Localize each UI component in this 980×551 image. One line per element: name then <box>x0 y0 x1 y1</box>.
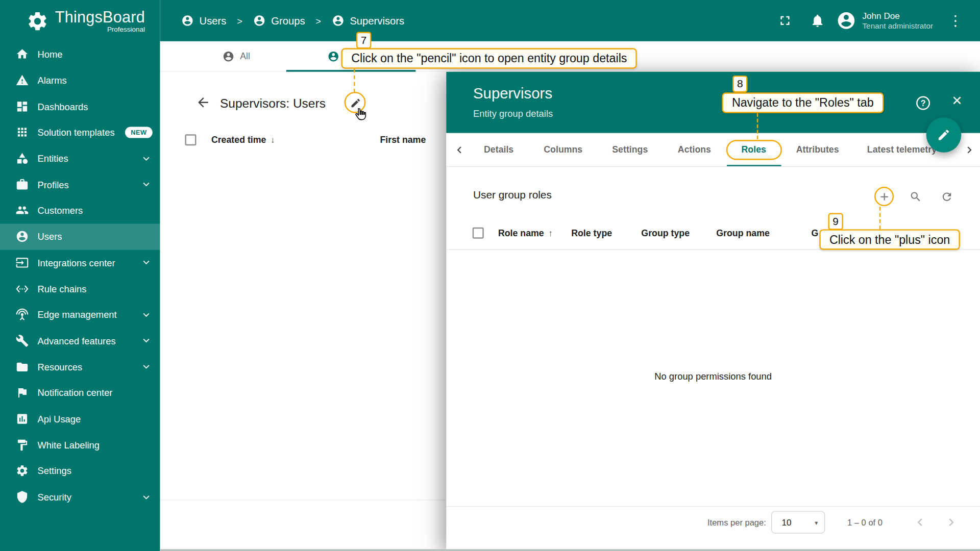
sidebar-item-home[interactable]: Home <box>0 41 160 67</box>
sidebar-item-solution-templates[interactable]: Solution templates NEW <box>0 119 160 145</box>
column-header-group-name[interactable]: Group name <box>716 228 770 238</box>
dialog-subtitle: Entity group details <box>473 108 553 119</box>
previous-page-icon[interactable] <box>913 515 927 530</box>
tab-details[interactable]: Details <box>484 133 513 166</box>
help-icon[interactable]: ? <box>916 96 930 110</box>
select-all-checkbox[interactable] <box>185 134 196 145</box>
profiles-icon <box>16 178 29 191</box>
sidebar-item-label: Edge management <box>37 309 116 320</box>
tabs-scroll-right-icon[interactable] <box>963 143 976 157</box>
tab-attributes[interactable]: Attributes <box>796 133 839 166</box>
sidebar-item-integrations-center[interactable]: Integrations center <box>0 249 160 276</box>
sidebar-item-label: Profiles <box>37 179 68 190</box>
column-header-first-name[interactable]: First name <box>380 135 426 145</box>
tab-columns[interactable]: Columns <box>544 133 582 166</box>
breadcrumb-users[interactable]: Users <box>181 14 226 27</box>
tabs-scroll-left-icon[interactable] <box>453 143 467 157</box>
sidebar-item-dashboards[interactable]: Dashboards <box>0 93 160 119</box>
new-badge: NEW <box>125 127 153 138</box>
close-icon[interactable]: × <box>952 92 962 109</box>
sidebar-item-label: Dashboards <box>37 101 88 112</box>
column-header-created-time[interactable]: Created time↓ <box>211 135 275 145</box>
column-header-group-type[interactable]: Group type <box>641 228 690 238</box>
tab-roles[interactable]: Roles <box>742 133 766 166</box>
sidebar-item-white-labeling[interactable]: White Labeling <box>0 432 160 458</box>
active-tab-underline <box>286 70 415 71</box>
group-tabs-bar: All <box>160 41 980 72</box>
chevron-down-icon <box>140 256 152 268</box>
sidebar-item-label: Integrations center <box>37 257 115 268</box>
add-role-plus-icon[interactable] <box>878 190 890 203</box>
tab-all[interactable]: All <box>186 41 286 71</box>
entity-group-details-dialog: Supervisors Entity group details ? × Det… <box>446 72 980 551</box>
tab-actions[interactable]: Actions <box>678 133 711 166</box>
user-group-icon <box>253 14 265 27</box>
column-label: Role name <box>498 228 544 238</box>
tab-label: All <box>240 51 250 61</box>
users-table-panel: Supervisors: Users Created time↓ First n… <box>160 72 446 551</box>
dialog-title: Supervisors <box>473 85 552 103</box>
thingsboard-logo[interactable]: ThingsBoard Professional <box>0 0 160 33</box>
sidebar-nav: Home Alarms Dashboards Solution template… <box>0 41 160 510</box>
edit-group-pencil-icon[interactable] <box>350 97 361 109</box>
sidebar-item-security[interactable]: Security <box>0 484 160 510</box>
column-label: First name <box>380 135 426 145</box>
chevron-down-icon <box>140 361 152 373</box>
breadcrumb: Users > Groups > Supervisors <box>181 14 404 27</box>
users-icon <box>16 230 29 243</box>
notifications-bell-icon[interactable] <box>810 13 825 28</box>
alarm-icon <box>16 74 29 87</box>
edit-fab-button[interactable] <box>926 117 962 153</box>
breadcrumb-label: Groups <box>271 15 305 27</box>
chevron-down-icon <box>140 491 152 503</box>
breadcrumb-separator: > <box>237 15 242 26</box>
pencil-icon <box>937 128 951 142</box>
fullscreen-icon[interactable] <box>777 13 792 28</box>
sidebar-item-advanced-features[interactable]: Advanced features <box>0 328 160 354</box>
breadcrumb-groups[interactable]: Groups <box>253 14 305 27</box>
column-label: Created time <box>211 135 266 145</box>
sidebar-item-profiles[interactable]: Profiles <box>0 171 160 197</box>
sidebar-item-label: Rule chains <box>37 283 86 294</box>
entities-icon <box>16 152 29 165</box>
window-bottom-edge <box>160 549 980 551</box>
sidebar-item-resources[interactable]: Resources <box>0 354 160 380</box>
dialog-header: Supervisors Entity group details ? × <box>446 72 980 133</box>
sidebar-item-label: Resources <box>37 361 82 372</box>
next-page-icon[interactable] <box>944 515 959 530</box>
sidebar-item-label: Advanced features <box>37 335 115 346</box>
white-labeling-icon <box>16 438 29 452</box>
column-header-role-type[interactable]: Role type <box>571 228 612 238</box>
select-all-roles-checkbox[interactable] <box>473 228 484 239</box>
sidebar-item-customers[interactable]: Customers <box>0 197 160 223</box>
user-info: John Doe Tenant administrator <box>862 10 933 31</box>
sidebar-item-alarms[interactable]: Alarms <box>0 67 160 93</box>
app-window: ThingsBoard Professional Home Alarms Das… <box>0 0 980 551</box>
user-group-icon <box>181 14 193 27</box>
table-footer-divider <box>160 500 446 500</box>
sidebar-item-label: Settings <box>37 466 71 477</box>
column-header-role-name[interactable]: Role name↑ <box>498 228 553 238</box>
section-title: User group roles <box>473 189 552 202</box>
back-arrow-icon[interactable] <box>195 95 210 110</box>
sidebar-item-entities[interactable]: Entities <box>0 145 160 171</box>
avatar[interactable] <box>836 11 856 31</box>
sidebar-item-settings[interactable]: Settings <box>0 458 160 484</box>
refresh-icon[interactable] <box>941 190 953 203</box>
items-per-page-label: Items per page: <box>707 517 766 527</box>
top-bar: Users > Groups > Supervisors John Doe Te… <box>160 0 980 41</box>
items-per-page-select[interactable]: 10 ▾ <box>771 511 825 534</box>
search-icon[interactable] <box>910 190 922 203</box>
kebab-menu-icon[interactable]: ⋮ <box>948 13 963 28</box>
sidebar-item-api-usage[interactable]: Api Usage <box>0 406 160 432</box>
user-group-icon <box>332 14 344 27</box>
sidebar-item-notification-center[interactable]: Notification center <box>0 380 160 406</box>
sidebar-item-users[interactable]: Users <box>0 223 160 249</box>
sidebar-item-edge-management[interactable]: Edge management <box>0 302 160 328</box>
tab-settings[interactable]: Settings <box>612 133 648 166</box>
sidebar-item-rule-chains[interactable]: Rule chains <box>0 276 160 302</box>
integrations-icon <box>16 256 29 269</box>
home-icon <box>16 47 29 61</box>
breadcrumb-supervisors[interactable]: Supervisors <box>332 14 404 27</box>
tab-supervisors[interactable] <box>286 41 415 71</box>
